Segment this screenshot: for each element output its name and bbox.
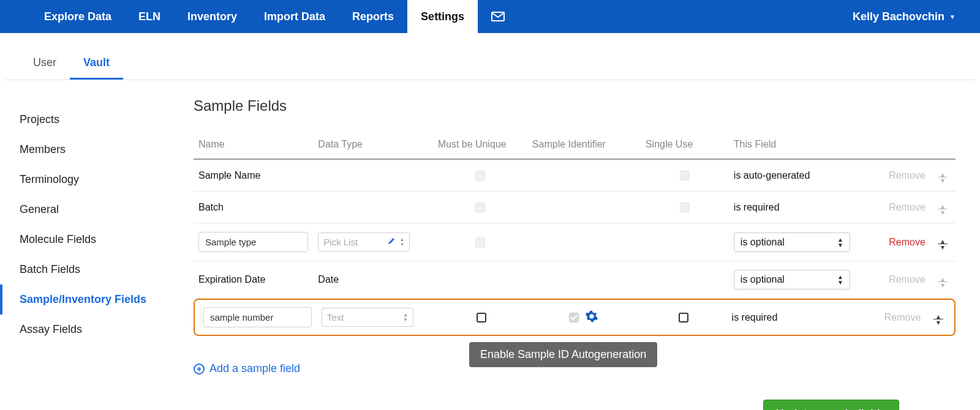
checkbox-must-unique[interactable] bbox=[477, 313, 486, 322]
drag-handle[interactable] bbox=[938, 277, 948, 287]
cell-this-field: is required bbox=[729, 192, 867, 223]
th-handle bbox=[930, 133, 956, 159]
sidebar-item-assay-fields[interactable]: Assay Fields bbox=[0, 315, 187, 345]
checkbox-sample-identifier bbox=[569, 313, 579, 322]
cell-data-type: Date bbox=[313, 261, 432, 299]
sidebar-item-members[interactable]: Members bbox=[0, 135, 187, 165]
sidebar-item-terminology[interactable]: Terminology bbox=[0, 165, 187, 195]
cell-name: Sample Name bbox=[194, 159, 313, 192]
top-nav: Explore Data ELN Inventory Import Data R… bbox=[0, 0, 980, 33]
this-field-select[interactable]: is optional ▲▼ bbox=[734, 233, 850, 252]
data-type-select[interactable]: Text ▲▼ bbox=[322, 308, 413, 327]
select-value: is optional bbox=[741, 274, 785, 285]
select-arrows-icon: ▲▼ bbox=[837, 237, 843, 248]
tooltip-autogeneration: Enable Sample ID Autogeneration bbox=[469, 342, 657, 367]
th-sample-identifier: Sample Identifier bbox=[527, 133, 641, 159]
plus-circle-icon: + bbox=[194, 363, 205, 375]
drag-handle[interactable] bbox=[938, 239, 948, 249]
user-menu[interactable]: Kelly Bachovchin ▼ bbox=[840, 0, 980, 33]
nav-settings[interactable]: Settings bbox=[407, 0, 478, 33]
table-row: Batch is required Remove bbox=[194, 192, 956, 223]
page-title: Sample Fields bbox=[194, 97, 956, 114]
sidebar-item-batch-fields[interactable]: Batch Fields bbox=[0, 255, 187, 285]
remove-link: Remove bbox=[889, 202, 925, 212]
cell-this-field: is auto-generated bbox=[729, 159, 867, 192]
update-sample-fields-button[interactable]: Update sample fields bbox=[763, 400, 899, 410]
checkbox-must-unique bbox=[475, 203, 485, 212]
th-data-type: Data Type bbox=[313, 133, 432, 159]
remove-link[interactable]: Remove bbox=[889, 237, 925, 247]
drag-handle[interactable] bbox=[933, 314, 943, 324]
drag-handle[interactable] bbox=[938, 204, 948, 214]
th-name: Name bbox=[194, 133, 313, 159]
table-row-highlighted: Text ▲▼ bbox=[194, 299, 956, 337]
table-row: Expiration Date Date is optional ▲▼ Remo… bbox=[194, 261, 956, 299]
subtab-user[interactable]: User bbox=[20, 49, 70, 80]
sidebar-item-projects[interactable]: Projects bbox=[0, 105, 187, 135]
checkbox-must-unique bbox=[475, 237, 485, 247]
nav-import-data[interactable]: Import Data bbox=[251, 0, 339, 33]
sidebar: Projects Members Terminology General Mol… bbox=[0, 80, 187, 410]
subtab-vault[interactable]: Vault bbox=[70, 49, 123, 80]
th-single-use: Single Use bbox=[641, 133, 729, 159]
sidebar-item-sample-inventory-fields[interactable]: Sample/Inventory Fields bbox=[0, 285, 187, 315]
nav-spacer bbox=[518, 0, 840, 33]
cell-data-type bbox=[313, 192, 432, 223]
nav-inventory[interactable]: Inventory bbox=[174, 0, 251, 33]
data-type-label: Pick List bbox=[323, 237, 358, 247]
mail-icon[interactable] bbox=[478, 0, 518, 33]
data-type-select[interactable]: Pick List ▲▼ bbox=[318, 233, 410, 252]
add-link-label: Add a sample field bbox=[209, 362, 300, 375]
gear-icon[interactable] bbox=[585, 310, 598, 326]
subtabs: User Vault bbox=[5, 33, 975, 80]
drag-handle[interactable] bbox=[938, 172, 948, 182]
remove-link: Remove bbox=[889, 170, 925, 181]
name-input[interactable] bbox=[203, 307, 312, 327]
th-must-unique: Must be Unique bbox=[433, 133, 527, 159]
footer-actions: Update sample fields or cancel bbox=[194, 400, 956, 410]
highlighted-row-frame: Text ▲▼ bbox=[194, 299, 956, 336]
nav-eln[interactable]: ELN bbox=[125, 0, 174, 33]
nav-reports[interactable]: Reports bbox=[339, 0, 407, 33]
this-field-select[interactable]: is optional ▲▼ bbox=[734, 270, 850, 289]
name-input[interactable] bbox=[198, 232, 308, 252]
user-name: Kelly Bachovchin bbox=[853, 10, 944, 23]
th-this-field: This Field bbox=[729, 133, 867, 159]
remove-link: Remove bbox=[884, 312, 921, 322]
stepper-icon: ▲▼ bbox=[399, 237, 404, 247]
add-sample-field-link[interactable]: + Add a sample field bbox=[194, 362, 300, 375]
cell-data-type bbox=[313, 159, 432, 192]
checkbox-must-unique bbox=[475, 171, 485, 181]
sidebar-item-general[interactable]: General bbox=[0, 195, 187, 225]
sidebar-item-molecule-fields[interactable]: Molecule Fields bbox=[0, 225, 187, 255]
select-value: is optional bbox=[741, 237, 785, 248]
table-row: Pick List ▲▼ bbox=[194, 223, 956, 261]
caret-down-icon: ▼ bbox=[949, 13, 956, 20]
th-remove bbox=[867, 133, 930, 159]
nav-explore-data[interactable]: Explore Data bbox=[31, 0, 125, 33]
cell-this-field: is required bbox=[727, 305, 864, 330]
main-content: Sample Fields Name Data Type Must be Uni… bbox=[187, 80, 980, 410]
nav-left: Explore Data ELN Inventory Import Data R… bbox=[0, 0, 518, 33]
or-text: or bbox=[908, 408, 917, 411]
remove-link: Remove bbox=[889, 274, 925, 285]
pencil-icon[interactable] bbox=[387, 237, 396, 247]
sample-fields-table: Name Data Type Must be Unique Sample Ide… bbox=[194, 133, 956, 336]
cell-name: Expiration Date bbox=[194, 261, 313, 299]
cancel-link[interactable]: cancel bbox=[925, 408, 956, 411]
stepper-icon: ▲▼ bbox=[403, 313, 408, 322]
main-layout: Projects Members Terminology General Mol… bbox=[0, 80, 980, 410]
checkbox-single-use bbox=[680, 203, 690, 212]
checkbox-single-use bbox=[680, 171, 690, 181]
checkbox-single-use[interactable] bbox=[679, 313, 688, 322]
data-type-label: Text bbox=[327, 312, 344, 322]
select-arrows-icon: ▲▼ bbox=[837, 274, 843, 285]
cell-name: Batch bbox=[194, 192, 313, 223]
table-row: Sample Name is auto-generated Remove bbox=[194, 159, 956, 192]
